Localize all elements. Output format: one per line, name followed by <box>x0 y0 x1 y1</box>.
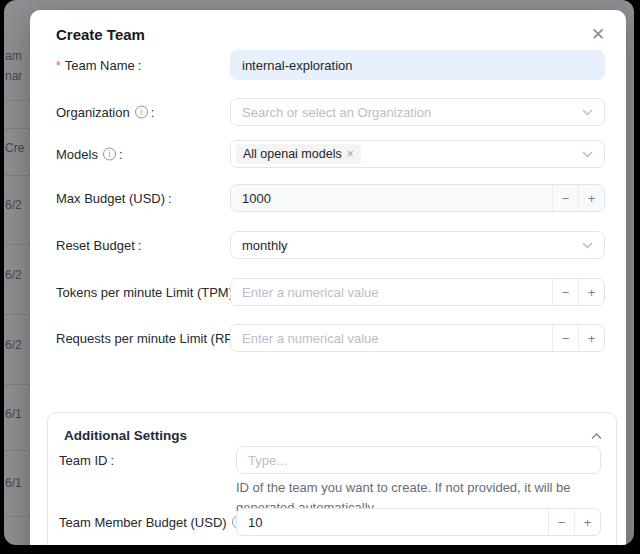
tpm-input[interactable] <box>231 279 552 305</box>
info-icon: i <box>135 106 148 119</box>
close-icon[interactable]: ✕ <box>586 22 610 46</box>
rpm-input[interactable] <box>231 325 552 351</box>
plus-icon[interactable]: + <box>578 279 604 305</box>
additional-settings-title: Additional Settings <box>64 428 187 443</box>
chevron-up-icon <box>591 426 602 444</box>
reset-budget-label: Reset Budget : <box>56 238 141 253</box>
team-id-row: Team ID : <box>59 446 601 474</box>
max-budget-row: Max Budget (USD) : − + <box>56 184 605 212</box>
plus-icon[interactable]: + <box>574 509 600 535</box>
plus-icon[interactable]: + <box>578 325 604 351</box>
chevron-down-icon <box>582 109 593 116</box>
additional-settings-panel: Additional Settings Team ID : ID of the … <box>47 412 617 545</box>
bg-text-fragment: 6/1 <box>5 407 22 421</box>
minus-icon[interactable]: − <box>552 185 578 211</box>
remove-tag-icon[interactable]: × <box>347 147 354 161</box>
bg-text-fragment: am <box>5 49 22 63</box>
app-window: amnarCre6/26/26/26/16/1 Create Team ✕ * … <box>4 0 634 545</box>
team-member-budget-input[interactable] <box>237 509 548 535</box>
model-tag: All openai models × <box>236 144 361 164</box>
chevron-down-icon <box>582 242 593 249</box>
minus-icon[interactable]: − <box>548 509 574 535</box>
reset-budget-row: Reset Budget : monthly <box>56 231 605 259</box>
team-id-label: Team ID : <box>59 453 114 468</box>
minus-icon[interactable]: − <box>552 325 578 351</box>
bg-table-divider <box>4 314 30 315</box>
team-id-input[interactable] <box>237 447 600 473</box>
bg-table-divider <box>4 384 30 385</box>
bg-text-fragment: Cre <box>5 141 24 155</box>
team-member-budget-row: Team Member Budget (USD) ? : − + <box>59 508 601 536</box>
bg-text-fragment: 6/1 <box>5 476 22 490</box>
bg-text-fragment: 6/2 <box>5 268 22 282</box>
chevron-down-icon <box>582 151 593 158</box>
plus-icon[interactable]: + <box>578 185 604 211</box>
team-name-row: * Team Name : <box>56 50 605 80</box>
organization-label: Organization i : <box>56 105 154 120</box>
models-label: Models i : <box>56 147 123 162</box>
bg-table-divider <box>4 244 30 245</box>
bg-text-fragment: 6/2 <box>5 198 22 212</box>
models-multiselect[interactable]: All openai models × <box>230 140 605 168</box>
bg-table-divider <box>4 128 30 129</box>
bg-text-fragment: nar <box>5 69 22 83</box>
create-team-modal: Create Team ✕ * Team Name : Organization… <box>30 10 626 545</box>
bg-table-divider <box>4 450 30 451</box>
rpm-row: Requests per minute Limit (RPM) : − + <box>56 324 605 352</box>
additional-settings-header[interactable]: Additional Settings <box>64 426 602 444</box>
modal-title: Create Team <box>56 26 145 43</box>
tpm-label: Tokens per minute Limit (TPM) : <box>56 285 240 300</box>
models-row: Models i : All openai models × <box>56 140 605 168</box>
organization-row: Organization i : Search or select an Org… <box>56 98 605 126</box>
team-name-label: * Team Name : <box>56 58 141 73</box>
bg-text-fragment: 6/2 <box>5 338 22 352</box>
bg-table-divider <box>4 100 30 101</box>
team-member-budget-label: Team Member Budget (USD) ? : <box>59 515 251 530</box>
rpm-label: Requests per minute Limit (RPM) : <box>56 331 255 346</box>
required-marker: * <box>56 58 61 72</box>
bg-table-divider <box>4 175 30 176</box>
bg-table-divider <box>4 516 30 517</box>
max-budget-input[interactable] <box>231 185 552 211</box>
team-name-input[interactable] <box>231 51 604 79</box>
info-icon: i <box>103 148 116 161</box>
minus-icon[interactable]: − <box>552 279 578 305</box>
organization-select[interactable]: Search or select an Organization <box>230 98 605 126</box>
tpm-row: Tokens per minute Limit (TPM) : − + <box>56 278 605 306</box>
max-budget-label: Max Budget (USD) : <box>56 191 172 206</box>
reset-budget-select[interactable]: monthly <box>230 231 605 259</box>
